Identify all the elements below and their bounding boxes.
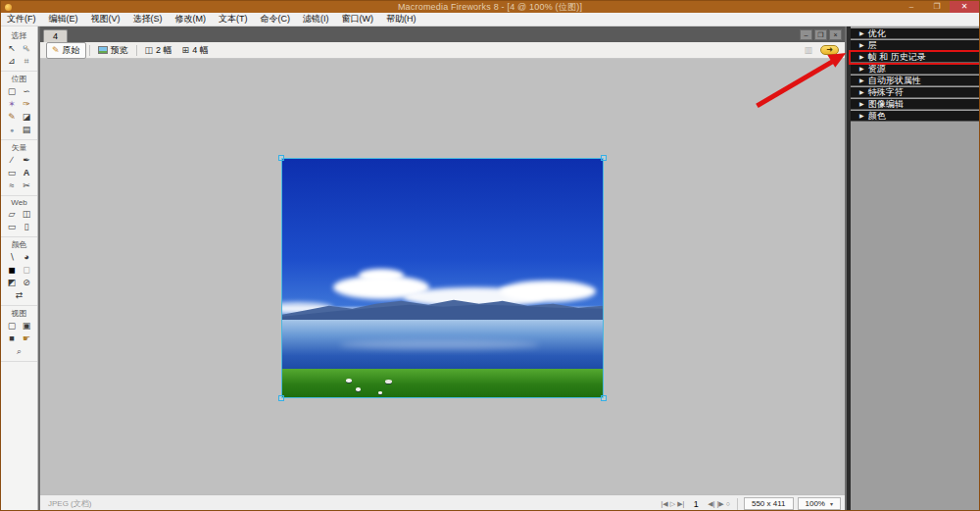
view-mode-label: 原始 bbox=[63, 44, 80, 57]
scale-tool[interactable]: ⊿ bbox=[5, 55, 20, 68]
panel-label: 帧 和 历史记录 bbox=[868, 52, 926, 63]
document-tab[interactable]: 4 bbox=[43, 29, 68, 42]
menu-item-4[interactable]: 修改(M) bbox=[175, 13, 207, 26]
next-frame-button[interactable]: |▶ bbox=[716, 500, 725, 507]
menu-item-2[interactable]: 视图(V) bbox=[91, 13, 121, 26]
panel-label: 特殊字符 bbox=[868, 87, 904, 98]
panel-header-资源[interactable]: ▶资源 bbox=[851, 64, 979, 75]
doc-minimize-button[interactable]: – bbox=[800, 29, 812, 40]
full-screen-button[interactable]: ■ bbox=[5, 332, 20, 345]
two-up-icon: ◫ bbox=[145, 46, 154, 55]
view-mode-four-up-button[interactable]: ⊞4 幅 bbox=[177, 43, 214, 58]
selection-handle[interactable] bbox=[278, 155, 284, 161]
text-tool[interactable]: A bbox=[20, 167, 34, 179]
fill-color-well[interactable]: ◻ bbox=[20, 264, 34, 277]
first-frame-button[interactable]: |◀ bbox=[661, 500, 669, 507]
previous-frame-button[interactable]: ◀| bbox=[707, 500, 715, 507]
rectangle-tool[interactable]: ▭ bbox=[5, 167, 20, 179]
default-colors-button[interactable]: ◩ bbox=[5, 277, 20, 289]
minimize-button[interactable]: – bbox=[899, 1, 924, 13]
slice-tool[interactable]: ◫ bbox=[20, 208, 34, 221]
menu-item-3[interactable]: 选择(S) bbox=[133, 13, 163, 26]
blur-tool[interactable]: ● bbox=[5, 124, 20, 136]
panel-label: 颜色 bbox=[868, 111, 886, 122]
panel-header-图像编辑[interactable]: ▶图像编辑 bbox=[851, 99, 979, 110]
freeform-tool[interactable]: ≈ bbox=[5, 179, 20, 192]
menu-item-6[interactable]: 命令(C) bbox=[261, 13, 291, 26]
restore-button[interactable]: ❐ bbox=[924, 1, 950, 13]
eraser-tool[interactable]: ◪ bbox=[20, 111, 34, 124]
stroke-color-well[interactable]: ◼ bbox=[5, 264, 20, 277]
expander-arrow-icon: ▶ bbox=[859, 40, 864, 51]
panel-header-颜色[interactable]: ▶颜色 bbox=[851, 111, 979, 122]
hide-slices-button[interactable]: ▭ bbox=[5, 221, 20, 233]
no-color-button[interactable]: ⊘ bbox=[20, 277, 34, 289]
panel-header-优化[interactable]: ▶优化 bbox=[851, 28, 979, 39]
panel-header-帧 和 历史记录[interactable]: ▶帧 和 历史记录 bbox=[851, 52, 979, 63]
menu-item-9[interactable]: 帮助(H) bbox=[386, 13, 416, 26]
tool-section: 位图▢∽✶✑✎◪●▤ bbox=[1, 72, 37, 140]
swap-colors-button[interactable]: ⇄ bbox=[12, 289, 26, 302]
document-tab-bar: 4 – ❐ × bbox=[40, 26, 845, 42]
zoom-tool[interactable]: ⌕ bbox=[12, 345, 26, 358]
selection-handle[interactable] bbox=[601, 155, 607, 161]
menu-item-0[interactable]: 文件(F) bbox=[7, 13, 36, 26]
standard-screen-button[interactable]: ▢ bbox=[5, 320, 20, 332]
crop-tool[interactable]: ⌗ bbox=[20, 55, 34, 68]
menu-bar: 文件(F)编辑(E)视图(V)选择(S)修改(M)文本(T)命令(C)滤镜(I)… bbox=[1, 13, 979, 26]
expander-arrow-icon: ▶ bbox=[859, 99, 864, 110]
selection-handle[interactable] bbox=[601, 395, 607, 401]
loop-button[interactable]: ○ bbox=[725, 500, 731, 507]
tool-section-label: Web bbox=[1, 198, 37, 207]
hand-tool[interactable]: ☛ bbox=[20, 332, 34, 345]
menu-item-8[interactable]: 窗口(W) bbox=[342, 13, 374, 26]
expander-arrow-icon: ▶ bbox=[859, 28, 864, 39]
menu-item-1[interactable]: 编辑(E) bbox=[49, 13, 78, 26]
rubber-stamp-tool[interactable]: ▤ bbox=[20, 124, 34, 136]
panel-header-自动形状属性[interactable]: ▶自动形状属性 bbox=[851, 76, 979, 86]
magic-wand-tool[interactable]: ✶ bbox=[5, 98, 20, 111]
brush-tool[interactable]: ✑ bbox=[20, 98, 34, 111]
menu-item-5[interactable]: 文本(T) bbox=[219, 13, 248, 26]
quick-export-button[interactable]: ➜ bbox=[820, 45, 839, 55]
subselection-tool[interactable]: ↖ bbox=[20, 42, 34, 55]
pointer-tool[interactable]: ↖ bbox=[5, 42, 20, 55]
panel-label: 资源 bbox=[868, 64, 886, 75]
view-mode-two-up-button[interactable]: ◫2 幅 bbox=[140, 43, 177, 58]
view-mode-preview-button[interactable]: 预览 bbox=[93, 43, 133, 58]
screen-with-menus-button[interactable]: ▣ bbox=[20, 320, 34, 332]
pen-tool[interactable]: ✒ bbox=[20, 154, 34, 167]
close-button[interactable]: ✕ bbox=[950, 1, 979, 13]
bitmap-image-object[interactable] bbox=[281, 158, 604, 398]
panel-header-层[interactable]: ▶层 bbox=[851, 40, 979, 51]
doc-restore-button[interactable]: ❐ bbox=[814, 29, 827, 40]
knife-tool[interactable]: ✂ bbox=[20, 179, 34, 192]
pencil-tool[interactable]: ✎ bbox=[5, 111, 20, 124]
view-mode-label: 预览 bbox=[111, 44, 128, 57]
expander-arrow-icon: ▶ bbox=[859, 52, 864, 63]
fireworks-window: Macromedia Fireworks 8 - [4 @ 100% (位图)]… bbox=[0, 0, 980, 511]
expander-arrow-icon: ▶ bbox=[859, 87, 864, 98]
zoom-level-value: 100% bbox=[806, 499, 825, 508]
paint-bucket-tool[interactable]: ◕ bbox=[20, 251, 34, 264]
expander-arrow-icon: ▶ bbox=[859, 64, 864, 75]
magnification-dropdown[interactable]: 100% ▾ bbox=[798, 497, 841, 510]
eyedropper-tool[interactable]: ∖ bbox=[5, 251, 20, 264]
show-slices-button[interactable]: ▯ bbox=[20, 221, 34, 233]
last-frame-button[interactable]: ▶| bbox=[676, 500, 685, 507]
selection-handle[interactable] bbox=[278, 395, 284, 401]
tool-section-label: 矢量 bbox=[1, 142, 37, 153]
view-mode-original-button[interactable]: ✎原始 bbox=[46, 42, 86, 59]
current-frame-number: 1 bbox=[689, 499, 703, 509]
tool-section-label: 颜色 bbox=[1, 239, 37, 250]
hotspot-tool[interactable]: ▱ bbox=[5, 208, 20, 221]
panel-header-特殊字符[interactable]: ▶特殊字符 bbox=[851, 87, 979, 98]
canvas-area[interactable] bbox=[40, 59, 845, 494]
marquee-tool[interactable]: ▢ bbox=[5, 85, 20, 98]
doc-close-button[interactable]: × bbox=[829, 29, 842, 40]
divider bbox=[89, 45, 90, 56]
tool-section-label: 选择 bbox=[1, 30, 37, 41]
lasso-tool[interactable]: ∽ bbox=[20, 85, 34, 98]
line-tool[interactable]: ∕ bbox=[5, 154, 20, 167]
menu-item-7[interactable]: 滤镜(I) bbox=[303, 13, 329, 26]
